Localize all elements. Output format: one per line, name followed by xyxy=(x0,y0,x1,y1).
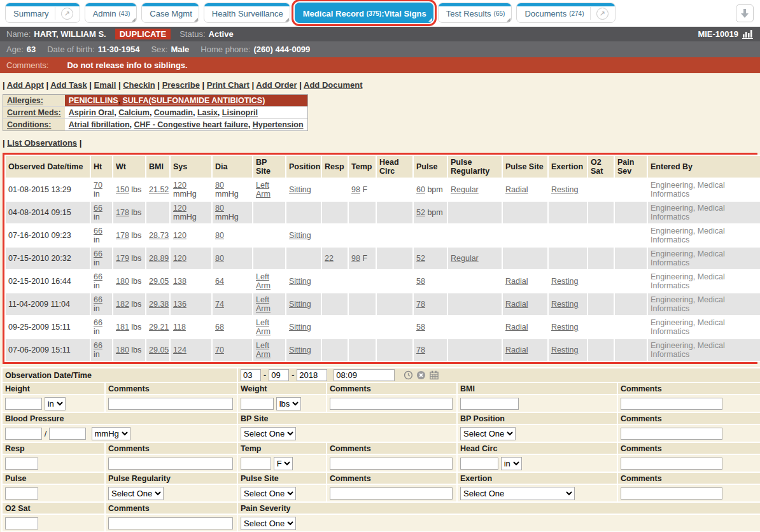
pulse-site-select[interactable]: Select One xyxy=(241,487,296,500)
action-link[interactable]: Add Task xyxy=(50,80,87,90)
bp_site-value-link[interactable]: Left Arm xyxy=(256,341,271,359)
tab-summary[interactable]: Summary ↗ xyxy=(5,3,80,23)
sys-value-link[interactable]: 120 xyxy=(173,231,186,240)
bp-systolic-input[interactable] xyxy=(5,428,42,440)
o2-comments-input[interactable] xyxy=(108,517,233,529)
tab-admin[interactable]: Admin (43) xyxy=(85,3,137,23)
allergy-link[interactable]: SULFA(SULFONAMIDE ANTIBIOTICS) xyxy=(122,96,265,105)
temp-unit-select[interactable]: F xyxy=(274,457,293,470)
dia-value-link[interactable]: 80 xyxy=(215,181,224,190)
dia-value-link[interactable]: 80 xyxy=(215,254,224,263)
weight-unit-select[interactable]: lbs xyxy=(276,397,301,410)
download-button[interactable] xyxy=(736,4,754,22)
pulse_site-value-link[interactable]: Radial xyxy=(505,300,528,309)
bp-unit-select[interactable]: mmHg xyxy=(92,427,130,440)
medication-link[interactable]: Coumadin xyxy=(154,108,193,117)
pulse-value-link[interactable]: 58 xyxy=(416,323,425,332)
medication-link[interactable]: Lasix xyxy=(197,108,218,117)
weight-input[interactable] xyxy=(241,398,274,410)
wt-value-link[interactable]: 181 xyxy=(116,323,129,332)
dia-value-link[interactable]: 68 xyxy=(215,323,224,332)
pulse-value-link[interactable]: 60 xyxy=(416,185,425,194)
temp-input[interactable] xyxy=(241,458,271,470)
exertion-value-link[interactable]: Resting xyxy=(551,277,578,286)
bp_site-value-link[interactable]: Left Arm xyxy=(256,295,271,313)
position-value-link[interactable]: Sitting xyxy=(289,231,311,240)
dia-value-link[interactable]: 80 xyxy=(215,231,224,240)
resp-value-link[interactable]: 22 xyxy=(325,254,334,263)
pulse-input[interactable] xyxy=(5,487,38,500)
pulse-value-link[interactable]: 78 xyxy=(416,346,425,354)
exertion-comments-input[interactable] xyxy=(621,487,722,500)
wt-value-link[interactable]: 178 xyxy=(116,231,129,240)
popout-icon[interactable]: ↗ xyxy=(596,8,609,20)
tab-case-mgmt[interactable]: Case Mgmt xyxy=(141,3,199,23)
list-observations-link[interactable]: List Observations xyxy=(7,138,77,148)
bmi-comments-input[interactable] xyxy=(621,398,722,410)
bmi-value-link[interactable]: 29.05 xyxy=(149,277,169,286)
condition-link[interactable]: Atrial fibrillation xyxy=(69,120,130,129)
bp_site-value-link[interactable]: Left Arm xyxy=(256,272,271,290)
bp-site-select[interactable]: Select One xyxy=(241,427,296,440)
action-link[interactable]: Add Order xyxy=(256,80,297,90)
head-circ-unit-select[interactable]: in xyxy=(501,457,522,470)
exertion-select[interactable]: Select One xyxy=(460,487,575,500)
bmi-value-link[interactable]: 29.05 xyxy=(149,346,169,354)
clock-icon[interactable] xyxy=(404,370,413,380)
sys-value-link[interactable]: 136 xyxy=(173,300,186,309)
temp-comments-input[interactable] xyxy=(330,458,453,470)
head-circ-input[interactable] xyxy=(460,458,498,470)
tab-documents[interactable]: Documents (274) ↗ xyxy=(516,3,615,23)
sys-value-link[interactable]: 124 xyxy=(173,346,186,354)
sys-value-link[interactable]: 120 xyxy=(173,204,186,213)
pulse-value-link[interactable]: 78 xyxy=(416,300,425,309)
temp-value-link[interactable]: 98 xyxy=(351,254,360,263)
pulse_site-value-link[interactable]: Radial xyxy=(505,346,528,354)
pulse_site-value-link[interactable]: Radial xyxy=(505,323,528,332)
dia-value-link[interactable]: 80 xyxy=(215,204,224,213)
duplicate-badge[interactable]: DUPLICATE xyxy=(115,29,171,39)
pulse-regularity-select[interactable]: Select One xyxy=(108,487,164,500)
bp_site-value-link[interactable]: Left Arm xyxy=(256,181,271,199)
ht-value-link[interactable]: 66 xyxy=(94,249,102,258)
exertion-value-link[interactable]: Resting xyxy=(551,323,578,332)
wt-value-link[interactable]: 180 xyxy=(116,346,129,354)
pulse-value-link[interactable]: 58 xyxy=(416,277,425,286)
bp-comments-input[interactable] xyxy=(621,428,722,440)
medication-link[interactable]: Lisinopril xyxy=(222,108,258,117)
pulse-value-link[interactable]: 52 xyxy=(416,208,425,217)
height-input[interactable] xyxy=(5,398,42,410)
clear-icon[interactable] xyxy=(416,370,426,380)
exertion-value-link[interactable]: Resting xyxy=(551,185,578,194)
action-link[interactable]: Add Document xyxy=(304,80,362,90)
day-input[interactable] xyxy=(269,369,289,381)
allergy-link[interactable]: PENICILLINS xyxy=(69,96,118,105)
sys-value-link[interactable]: 120 xyxy=(173,254,186,263)
ht-value-link[interactable]: 66 xyxy=(94,341,102,350)
resp-comments-input[interactable] xyxy=(108,458,233,470)
exertion-value-link[interactable]: Resting xyxy=(551,300,578,309)
current-meds-label-link[interactable]: Current Meds: xyxy=(7,108,61,117)
bmi-value-link[interactable]: 28.89 xyxy=(149,254,169,263)
tab-health-surveillance[interactable]: Health Surveillance xyxy=(204,3,290,23)
calendar-icon[interactable] xyxy=(429,370,439,380)
action-link[interactable]: Checkin xyxy=(123,80,155,90)
bp-position-select[interactable]: Select One xyxy=(460,427,516,440)
dia-value-link[interactable]: 74 xyxy=(215,300,224,309)
action-link[interactable]: Prescribe xyxy=(162,80,200,90)
month-input[interactable] xyxy=(241,369,261,381)
head-circ-comments-input[interactable] xyxy=(621,458,722,470)
wt-value-link[interactable]: 150 xyxy=(116,185,129,194)
tab-test-results[interactable]: Test Results (65) xyxy=(438,3,512,23)
action-link[interactable]: Email xyxy=(94,80,116,90)
ht-value-link[interactable]: 66 xyxy=(94,227,102,235)
ht-value-link[interactable]: 66 xyxy=(94,295,102,304)
pulse_site-value-link[interactable]: Radial xyxy=(505,277,528,286)
position-value-link[interactable]: Sitting xyxy=(289,185,311,194)
resp-input[interactable] xyxy=(5,458,38,470)
position-value-link[interactable]: Sitting xyxy=(289,323,311,332)
bmi-value-link[interactable]: 28.73 xyxy=(149,231,169,240)
wt-value-link[interactable]: 180 xyxy=(116,277,129,286)
o2-sat-input[interactable] xyxy=(5,517,38,529)
position-value-link[interactable]: Sitting xyxy=(289,277,311,286)
